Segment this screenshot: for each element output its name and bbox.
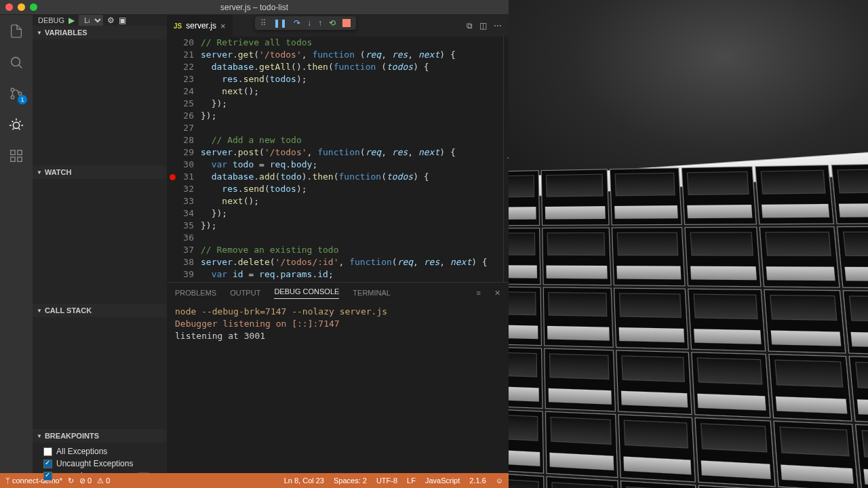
svg-point-3 xyxy=(11,96,14,99)
step-out-button[interactable]: ↑ xyxy=(318,18,322,28)
resize-handle-icon[interactable]: ⇔ xyxy=(507,152,509,164)
tab-terminal[interactable]: TERMINAL xyxy=(353,289,391,297)
status-branch[interactable]: ᛘ connect-demo* xyxy=(5,476,62,485)
status-feedback-icon[interactable]: ☺ xyxy=(496,476,503,485)
status-language[interactable]: JavaScript xyxy=(425,476,460,485)
titlebar: server.js – todo-list xyxy=(0,0,509,15)
window-title: server.js – todo-list xyxy=(220,3,288,12)
activity-bar: 1 xyxy=(0,15,33,473)
step-into-button[interactable]: ↓ xyxy=(307,18,311,28)
svg-rect-9 xyxy=(18,157,22,161)
restart-button[interactable]: ⟲ xyxy=(329,18,336,28)
tab-debug-console[interactable]: DEBUG CONSOLE xyxy=(274,287,339,299)
checkbox-checked-icon[interactable] xyxy=(43,472,52,481)
callstack-body xyxy=(33,317,167,429)
svg-point-0 xyxy=(12,58,20,66)
tab-problems[interactable]: PROBLEMS xyxy=(175,289,216,297)
clear-console-icon[interactable]: ≡ xyxy=(477,289,481,297)
status-eol[interactable]: LF xyxy=(407,476,416,485)
vscode-window: server.js – todo-list 1 DEBUG ▶ Lau ⚙ ▣ … xyxy=(0,0,509,488)
source-control-icon[interactable]: 1 xyxy=(7,84,26,103)
panel-tabs: PROBLEMS OUTPUT DEBUG CONSOLE TERMINAL ≡… xyxy=(167,283,509,303)
step-over-button[interactable]: ↷ xyxy=(294,18,300,28)
window-controls xyxy=(5,3,37,11)
watch-section-header[interactable]: ▼WATCH xyxy=(33,165,167,179)
gear-icon[interactable]: ⚙ xyxy=(107,16,115,25)
callstack-section-header[interactable]: ▼CALL STACK xyxy=(33,304,167,317)
status-sync[interactable]: ↻ xyxy=(68,476,74,485)
svg-rect-6 xyxy=(11,150,15,155)
chevron-down-icon: ▼ xyxy=(37,169,42,176)
search-icon[interactable] xyxy=(7,53,26,72)
close-window-button[interactable] xyxy=(5,3,13,11)
variables-body xyxy=(33,39,167,165)
status-bar: ᛘ connect-demo* ↻ ⊘ 0 ⚠ 0 Ln 8, Col 23 S… xyxy=(0,473,509,488)
desktop-wallpaper xyxy=(509,0,868,488)
code-content[interactable]: // Retrieve all todosserver.get('/todos'… xyxy=(201,37,503,282)
grip-icon[interactable]: ⠿ xyxy=(260,18,267,28)
svg-point-5 xyxy=(13,122,19,128)
breakpoints-section-header[interactable]: ▼BREAKPOINTS xyxy=(33,429,167,443)
breakpoint-all-exceptions[interactable]: All Exceptions xyxy=(43,445,161,458)
debug-icon[interactable] xyxy=(7,115,26,134)
breakpoint-uncaught-exceptions[interactable]: Uncaught Exceptions xyxy=(43,458,161,470)
line-gutter[interactable]: 2021222324252627282930313233343536373839… xyxy=(167,37,201,282)
debug-toolbar: DEBUG ▶ Lau ⚙ ▣ xyxy=(33,15,167,26)
minimize-window-button[interactable] xyxy=(18,3,25,11)
status-encoding[interactable]: UTF-8 xyxy=(376,476,397,485)
checkbox-checked-icon[interactable] xyxy=(43,460,52,468)
extensions-icon[interactable] xyxy=(7,146,26,165)
more-icon[interactable]: ⋯ xyxy=(494,21,502,30)
editor-actions: ⧉ ◫ ⋯ xyxy=(467,21,509,30)
svg-point-2 xyxy=(11,88,14,92)
scm-badge: 1 xyxy=(18,95,27,104)
maximize-window-button[interactable] xyxy=(30,3,37,11)
tab-output[interactable]: OUTPUT xyxy=(230,289,260,297)
stop-button[interactable] xyxy=(342,19,351,27)
close-panel-icon[interactable]: ✕ xyxy=(494,289,500,298)
start-debug-button[interactable]: ▶ xyxy=(68,16,75,25)
checkbox-icon[interactable] xyxy=(43,447,52,456)
chevron-down-icon: ▼ xyxy=(37,308,42,314)
debug-sidebar: DEBUG ▶ Lau ⚙ ▣ ▼VARIABLES ▼WATCH ▼CALL … xyxy=(33,15,167,473)
svg-rect-7 xyxy=(18,150,22,155)
status-errors[interactable]: ⊘ 0 xyxy=(79,476,92,485)
status-version[interactable]: 2.1.6 xyxy=(469,476,486,485)
debug-label: DEBUG xyxy=(38,16,64,24)
chevron-down-icon: ▼ xyxy=(37,433,42,439)
code-editor[interactable]: 2021222324252627282930313233343536373839… xyxy=(167,37,509,282)
pause-button[interactable]: ❚❚ xyxy=(273,18,287,28)
svg-rect-8 xyxy=(11,157,15,161)
editor-area: JS server.js × ⠿ ❚❚ ↷ ↓ ↑ ⟲ ⧉ ◫ ⋯ xyxy=(167,15,509,473)
debug-config-select[interactable]: Lau xyxy=(79,15,103,26)
debug-floating-toolbar[interactable]: ⠿ ❚❚ ↷ ↓ ↑ ⟲ xyxy=(255,16,356,30)
variables-section-header[interactable]: ▼VARIABLES xyxy=(33,26,167,39)
js-file-icon: JS xyxy=(174,22,182,30)
debug-console-output[interactable]: node --debug-brk=7147 --nolazy server.js… xyxy=(167,303,509,473)
svg-line-1 xyxy=(19,65,22,68)
bottom-panel: PROBLEMS OUTPUT DEBUG CONSOLE TERMINAL ≡… xyxy=(167,282,509,473)
split-editor-icon[interactable]: ◫ xyxy=(479,21,487,30)
debug-console-toggle-icon[interactable]: ▣ xyxy=(119,16,126,25)
status-cursor[interactable]: Ln 8, Col 23 xyxy=(284,476,324,485)
tab-serverjs[interactable]: JS server.js × xyxy=(167,15,233,37)
tab-bar: JS server.js × ⠿ ❚❚ ↷ ↓ ↑ ⟲ ⧉ ◫ ⋯ xyxy=(167,15,509,37)
status-spaces[interactable]: Spaces: 2 xyxy=(334,476,367,485)
tab-label: server.js xyxy=(186,21,216,30)
close-tab-icon[interactable]: × xyxy=(220,21,226,31)
chevron-down-icon: ▼ xyxy=(37,30,42,36)
explorer-icon[interactable] xyxy=(7,22,26,41)
watch-body xyxy=(33,179,167,304)
compare-icon[interactable]: ⧉ xyxy=(467,21,473,30)
status-warnings[interactable]: ⚠ 0 xyxy=(97,476,110,485)
